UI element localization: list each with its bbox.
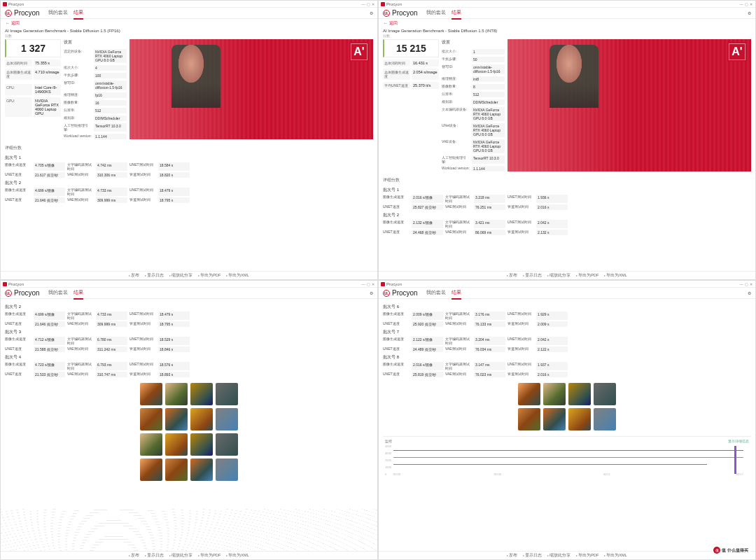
app-icon bbox=[3, 2, 7, 6]
monitor-chart: 40003000200010000 00:0000:0600:1100:17 bbox=[385, 444, 749, 476]
thumbnail[interactable] bbox=[543, 408, 566, 430]
footer-pdf[interactable]: 导出为PDF bbox=[198, 273, 220, 278]
thumbnail[interactable] bbox=[216, 458, 238, 481]
thumbnail[interactable] bbox=[216, 383, 238, 405]
tab-results[interactable]: 结果 bbox=[451, 7, 461, 20]
thumbnail[interactable] bbox=[190, 408, 213, 430]
tab-suite[interactable]: 我的套装 bbox=[426, 7, 446, 20]
score-label: 分数 bbox=[5, 34, 373, 38]
thumbnail[interactable] bbox=[140, 383, 162, 405]
settings-panel: 设置 选定的设备:NVIDIA GeForce RTX 4060 Laptop … bbox=[64, 39, 127, 139]
hero-image: A' bbox=[130, 39, 373, 139]
thumbnail[interactable] bbox=[140, 433, 162, 456]
thumbnail[interactable] bbox=[165, 433, 188, 456]
gear-icon[interactable]: ⚙ bbox=[748, 10, 751, 15]
ul-logo: UL bbox=[5, 10, 12, 17]
footer-share[interactable]: 缩放此分享 bbox=[169, 273, 192, 278]
batch-2: 批次号 2 图像生成速度4.699 s/图像文字编码器测试时间4.733 msU… bbox=[5, 180, 373, 203]
footer-log[interactable]: 显示日志 bbox=[145, 273, 164, 278]
batch-1: 批次号 1 图像生成速度4.705 s/图像文字编码器测试时间4.742 msU… bbox=[5, 155, 373, 178]
pane-int8-top: Procyon—▢✕ ULProcyon我的套装结果⚙ ← 返回 AI Imag… bbox=[378, 0, 756, 280]
thumbnail[interactable] bbox=[165, 383, 188, 405]
thumbnail[interactable] bbox=[190, 383, 213, 405]
gear-icon[interactable]: ⚙ bbox=[370, 10, 373, 15]
thumbnail[interactable] bbox=[568, 408, 591, 430]
thumbnail[interactable] bbox=[165, 458, 188, 481]
close-button[interactable]: ✕ bbox=[371, 2, 375, 6]
monitor-detail-link[interactable]: 显示详细信息 bbox=[728, 439, 749, 443]
thumbnail[interactable] bbox=[518, 408, 540, 430]
titlebar-name: Procyon bbox=[8, 2, 361, 6]
thumbnail[interactable] bbox=[594, 383, 616, 405]
thumbnail[interactable] bbox=[190, 433, 213, 456]
tab-suite[interactable]: 我的套装 bbox=[48, 7, 68, 20]
pane-fp16-bottom: Procyon—▢✕ ULProcyon我的套装结果⚙ 批次号 2 图像生成速度… bbox=[0, 280, 378, 560]
pane-int8-bottom: Procyon—▢✕ ULProcyon我的套装结果⚙ 批次号 6 图像生成速度… bbox=[378, 280, 756, 560]
minimize-button[interactable]: — bbox=[361, 2, 365, 6]
benchmark-title: AI Image Generation Benchmark - Stable D… bbox=[5, 28, 373, 34]
maximize-button[interactable]: ▢ bbox=[744, 2, 748, 6]
thumbnail[interactable] bbox=[518, 383, 540, 405]
score-value: 15 215 bbox=[386, 43, 437, 54]
score-value: 1 327 bbox=[8, 43, 59, 54]
brand-text: Procyon bbox=[14, 9, 40, 17]
back-link[interactable]: ← 返回 bbox=[379, 19, 755, 28]
thumbnail[interactable] bbox=[568, 383, 591, 405]
pane-fp16-top: Procyon — ▢ ✕ UL Procyon 我的套装 结果 ⚙ ← 返回 … bbox=[0, 0, 378, 280]
thumbnail[interactable] bbox=[543, 383, 566, 405]
footer: 发布 显示日志 缩放此分享 导出为PDF 导出为XML bbox=[1, 271, 377, 279]
thumbnail-grid bbox=[5, 383, 373, 481]
thumbnail[interactable] bbox=[216, 433, 238, 456]
brandbar: UL Procyon 我的套装 结果 ⚙ bbox=[1, 8, 377, 19]
tab-results[interactable]: 结果 bbox=[74, 7, 83, 20]
footer-xml[interactable]: 导出为XML bbox=[226, 273, 248, 278]
thumbnail[interactable] bbox=[216, 408, 238, 430]
thumbnail[interactable] bbox=[140, 408, 162, 430]
thumbnail[interactable] bbox=[594, 408, 616, 430]
monitor-panel: 监控显示详细信息 40003000200010000 00:0000:0600:… bbox=[383, 436, 751, 478]
maximize-button[interactable]: ▢ bbox=[366, 2, 370, 6]
close-button[interactable]: ✕ bbox=[749, 2, 753, 6]
minimize-button[interactable]: — bbox=[739, 2, 743, 6]
score-box: 1 327 bbox=[5, 39, 61, 57]
back-link[interactable]: ← 返回 bbox=[1, 19, 377, 28]
thumbnail[interactable] bbox=[190, 458, 213, 481]
watermark: 值值 什么值得买 bbox=[710, 545, 751, 555]
thumbnail[interactable] bbox=[140, 458, 162, 481]
footer-publish[interactable]: 发布 bbox=[129, 273, 139, 278]
thumbnail[interactable] bbox=[165, 408, 188, 430]
ai-logo-icon: A' bbox=[349, 42, 369, 62]
detail-title: 详细分数 bbox=[5, 144, 373, 153]
